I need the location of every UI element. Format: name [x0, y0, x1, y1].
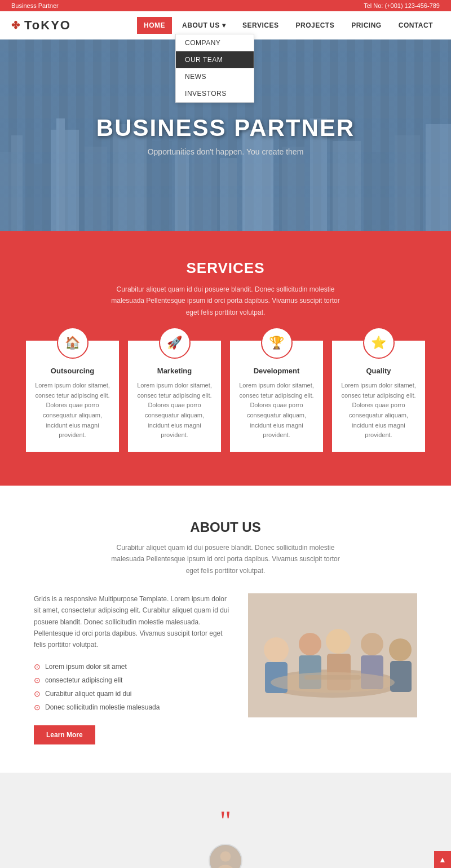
svg-point-33	[220, 851, 231, 862]
service-icon-outsourcing: 🏠	[57, 327, 89, 359]
nav-services[interactable]: SERVICES	[236, 17, 285, 34]
about-list: Lorem ipsum dolor sit amet consectetur a…	[34, 660, 231, 714]
svg-rect-5	[85, 147, 107, 231]
service-text-outsourcing: Lorem ipsum dolor sitamet, consec tetur …	[34, 381, 111, 440]
service-title-development: Development	[238, 367, 315, 375]
svg-rect-8	[175, 152, 189, 231]
services-title: SERVICES	[23, 259, 428, 277]
service-title-outsourcing: Outsourcing	[34, 367, 111, 375]
service-text-marketing: Lorem ipsum dolor sitamet, consec tetur …	[136, 381, 213, 440]
about-description: Curabitur aliquet quam id dui posuere bl…	[107, 542, 344, 576]
about-illustration	[248, 593, 417, 717]
about-title: ABOUT US	[34, 519, 417, 535]
service-icon-quality: ⭐	[363, 327, 395, 359]
dropdown-ourteam[interactable]: OUR TEAM	[176, 51, 254, 68]
top-bar-right: Tel No: (+001) 123-456-789	[364, 2, 440, 9]
svg-rect-15	[366, 152, 386, 231]
list-item-3: Curabitur aliquet quam id dui	[34, 687, 231, 700]
svg-rect-12	[282, 147, 304, 231]
about-content: Grids is a responsive Multipurpose Templ…	[34, 593, 417, 744]
list-item-4: Donec sollicitudin molestie malesuada	[34, 700, 231, 714]
service-text-development: Lorem ipsum dolor sitamet, consec tetur …	[238, 381, 315, 440]
service-text-quality: Lorem ipsum dolor sitamet, consec tetur …	[340, 381, 417, 440]
logo-text: ToKYO	[24, 18, 71, 33]
nav-projects[interactable]: PROJECTS	[289, 17, 342, 34]
testimonial-avatar	[209, 844, 242, 868]
about-section: ABOUT US Curabitur aliquet quam id dui p…	[0, 486, 451, 773]
hero-subtitle: Opportunities don't happen. You create t…	[96, 147, 355, 156]
svg-rect-17	[426, 124, 451, 231]
service-icon-marketing: 🚀	[159, 327, 191, 359]
scroll-top-button[interactable]: ▲	[434, 851, 451, 868]
main-nav: HOME ABOUT US ▾ COMPANY OUR TEAM NEWS IN…	[137, 17, 440, 34]
learn-more-button[interactable]: Learn More	[34, 725, 95, 744]
dropdown-news[interactable]: NEWS	[176, 68, 254, 85]
svg-point-22	[299, 633, 321, 655]
list-item-1: Lorem ipsum dolor sit amet	[34, 660, 231, 673]
header: ✤ ToKYO HOME ABOUT US ▾ COMPANY OUR TEAM…	[0, 11, 451, 39]
svg-rect-2	[28, 164, 45, 231]
top-bar-left: Business Partner	[11, 2, 59, 9]
svg-point-28	[389, 638, 412, 661]
nav-about-dropdown[interactable]: ABOUT US ▾ COMPANY OUR TEAM NEWS INVESTO…	[175, 17, 232, 34]
about-body: Grids is a responsive Multipurpose Templ…	[34, 593, 231, 651]
service-title-marketing: Marketing	[136, 367, 213, 375]
svg-rect-10	[220, 158, 237, 231]
services-description: Curabitur aliquet quam id dui posuere bl…	[107, 284, 344, 318]
avatar-image	[210, 844, 241, 868]
svg-rect-1	[11, 135, 23, 231]
svg-point-20	[264, 637, 289, 662]
nav-home[interactable]: HOME	[137, 17, 172, 34]
about-text: Grids is a responsive Multipurpose Templ…	[34, 593, 231, 744]
service-card-development: 🏆 Development Lorem ipsum dolor sitamet,…	[230, 341, 323, 452]
svg-rect-16	[395, 135, 420, 231]
service-icon-development: 🏆	[261, 327, 293, 359]
dropdown-investors[interactable]: INVESTORS	[176, 85, 254, 102]
svg-rect-4	[56, 118, 65, 231]
testimonial-section: " Lorem ipsum dolor sit amet, consectetu…	[0, 773, 451, 868]
svg-point-24	[326, 629, 351, 654]
nav-contact[interactable]: CONTACT	[392, 17, 440, 34]
list-item-2: consectetur adipiscing elit	[34, 673, 231, 687]
nav-pricing[interactable]: PRICING	[344, 17, 388, 34]
service-card-outsourcing: 🏠 Outsourcing Lorem ipsum dolor sitamet,…	[26, 341, 119, 452]
dropdown-company[interactable]: COMPANY	[176, 34, 254, 51]
hero-title: BUSINESS PARTNER	[96, 114, 355, 142]
services-grid: 🏠 Outsourcing Lorem ipsum dolor sitamet,…	[23, 341, 428, 452]
service-title-quality: Quality	[340, 367, 417, 375]
service-card-marketing: 🚀 Marketing Lorem ipsum dolor sitamet, c…	[128, 341, 221, 452]
quote-icon: "	[23, 807, 428, 835]
service-card-quality: ⭐ Quality Lorem ipsum dolor sitamet, con…	[332, 341, 425, 452]
logo[interactable]: ✤ ToKYO	[11, 18, 71, 33]
svg-point-26	[361, 633, 383, 655]
top-bar: Business Partner Tel No: (+001) 123-456-…	[0, 0, 451, 11]
logo-icon: ✤	[11, 19, 21, 32]
hero-content: BUSINESS PARTNER Opportunities don't hap…	[96, 114, 355, 156]
about-image	[248, 593, 417, 717]
dropdown-menu: COMPANY OUR TEAM NEWS INVESTORS	[175, 34, 254, 103]
services-section: SERVICES Curabitur aliquet quam id dui p…	[0, 231, 451, 486]
svg-point-31	[271, 672, 395, 693]
svg-rect-29	[390, 661, 412, 692]
nav-about[interactable]: ABOUT US ▾	[175, 17, 232, 34]
